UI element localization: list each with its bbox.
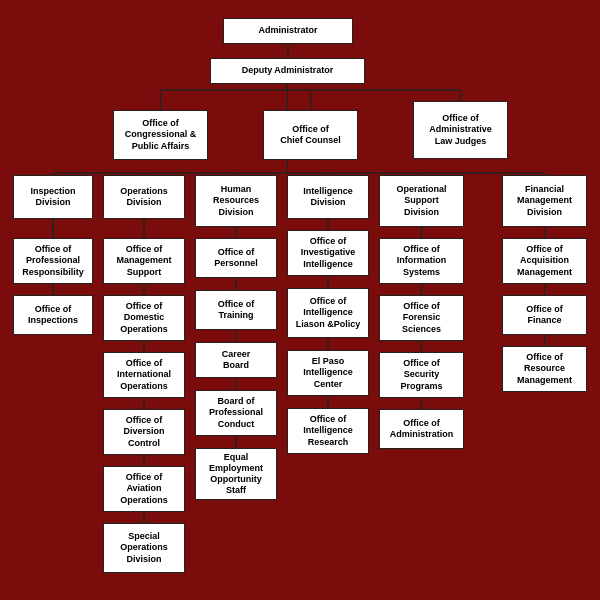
node-intelliason: Office ofIntelligenceLiason &Policy [287, 288, 369, 338]
node-forensic: Office ofForensicSciences [379, 295, 464, 341]
node-domesticops: Office ofDomesticOperations [103, 295, 185, 341]
node-aviationops: Office ofAviationOperations [103, 466, 185, 512]
node-profrespons: Office ofProfessionalResponsibility [13, 238, 93, 284]
node-administration: Office ofAdministration [379, 409, 464, 449]
node-deputy: Deputy Administrator [210, 58, 365, 84]
node-intelresearch: Office ofIntelligenceResearch [287, 408, 369, 454]
node-opssupportdiv: OperationalSupportDivision [379, 175, 464, 227]
node-offinspections: Office ofInspections [13, 295, 93, 335]
node-eeostaf: EqualEmploymentOpportunityStaff [195, 448, 277, 500]
node-intlops: Office ofInternationalOperations [103, 352, 185, 398]
node-investintel: Office ofInvestigativeIntelligence [287, 230, 369, 276]
node-elpaso: El PasoIntelligenceCenter [287, 350, 369, 396]
node-inspectiondiv: InspectionDivision [13, 175, 93, 219]
node-training: Office ofTraining [195, 290, 277, 330]
chart-container: AdministratorDeputy AdministratorOffice … [5, 10, 595, 593]
node-personnel: Office ofPersonnel [195, 238, 277, 278]
node-acquisition: Office ofAcquisitionManagement [502, 238, 587, 284]
node-profconduct: Board ofProfessionalConduct [195, 390, 277, 436]
node-careerboard: CareerBoard [195, 342, 277, 378]
node-congressional: Office ofCongressional &Public Affairs [113, 110, 208, 160]
node-infosystems: Office ofInformationSystems [379, 238, 464, 284]
node-resourcemgmt: Office ofResourceManagement [502, 346, 587, 392]
node-mgmtsupport: Office ofManagementSupport [103, 238, 185, 284]
org-chart: AdministratorDeputy AdministratorOffice … [0, 0, 600, 600]
node-finmgmtdiv: FinancialManagementDivision [502, 175, 587, 227]
node-specialops: SpecialOperationsDivision [103, 523, 185, 573]
node-hrdiv: HumanResourcesDivision [195, 175, 277, 227]
node-admin: Administrator [223, 18, 353, 44]
node-finance: Office ofFinance [502, 295, 587, 335]
node-opsdiv: OperationsDivision [103, 175, 185, 219]
node-adminjudges: Office ofAdministrativeLaw Judges [413, 101, 508, 159]
node-diversionctrl: Office ofDiversionControl [103, 409, 185, 455]
node-securityprog: Office ofSecurityPrograms [379, 352, 464, 398]
node-chiefcounsel: Office ofChief Counsel [263, 110, 358, 160]
node-inteldiv: IntelligenceDivision [287, 175, 369, 219]
